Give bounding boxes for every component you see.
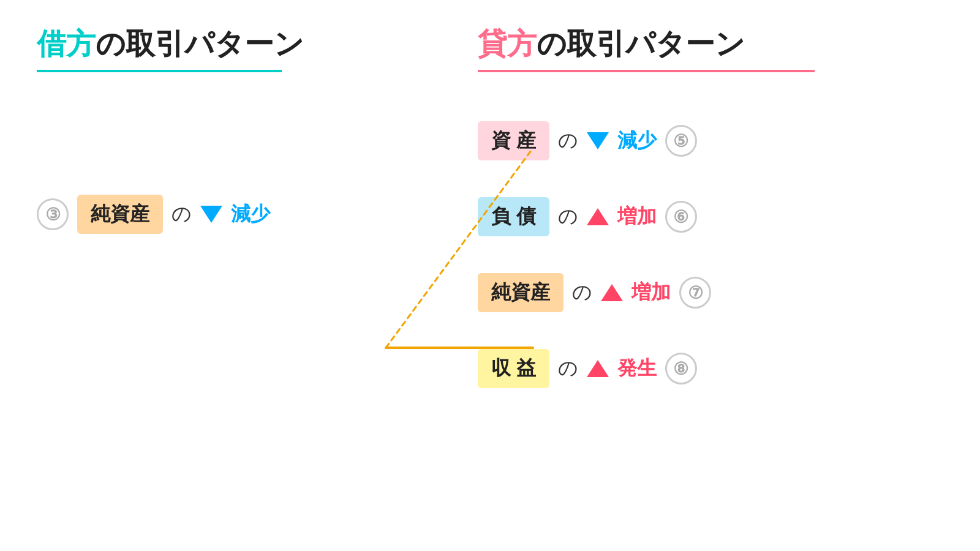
change-decrease-3: 減少 (231, 201, 270, 228)
arrow-down-3 (200, 206, 222, 223)
label-net-assets-left: 純資産 (77, 195, 163, 234)
right-row-6: 負 債 の 増加 ⑥ (478, 197, 815, 236)
arrow-up-7 (601, 284, 623, 301)
arrow-up-6 (587, 208, 609, 225)
label-revenue: 収 益 (478, 349, 549, 388)
circle-6: ⑥ (665, 201, 697, 233)
arrow-up-8 (587, 360, 609, 377)
left-rows: ③ 純資産 の 減少 (37, 195, 304, 234)
of-text-8: の (558, 355, 578, 382)
change-increase-6: 増加 (617, 203, 657, 230)
of-text-3: の (172, 201, 192, 228)
label-assets: 資 産 (478, 121, 549, 160)
right-section: 貸方の取引パターン 資 産 の 減少 ⑤ 負 債 の 増加 ⑥ 純資産 の 増加… (478, 24, 815, 425)
right-row-8: 収 益 の 発生 ⑧ (478, 349, 815, 388)
label-liabilities: 負 債 (478, 197, 549, 236)
of-text-5: の (558, 127, 578, 154)
right-title: 貸方の取引パターン (478, 24, 815, 64)
arrow-down-5 (587, 132, 609, 149)
change-decrease-5: 減少 (617, 127, 657, 154)
right-row-5: 資 産 の 減少 ⑤ (478, 121, 815, 160)
left-row-3: ③ 純資産 の 減少 (37, 195, 304, 234)
left-title-rest: の取引パターン (96, 28, 304, 60)
label-net-assets-right: 純資産 (478, 273, 564, 312)
right-title-accent: 貸方 (478, 28, 537, 60)
right-row-7: 純資産 の 増加 ⑦ (478, 273, 815, 312)
left-title: 借方の取引パターン (37, 24, 304, 64)
change-occurrence-8: 発生 (617, 355, 657, 382)
right-rows: 資 産 の 減少 ⑤ 負 債 の 増加 ⑥ 純資産 の 増加 ⑦ 収 益 の 発 (478, 121, 815, 388)
of-text-6: の (558, 203, 578, 230)
right-title-rest: の取引パターン (537, 28, 745, 60)
right-underline (478, 70, 815, 72)
circle-7: ⑦ (679, 277, 711, 309)
left-section: 借方の取引パターン ③ 純資産 の 減少 (37, 24, 304, 271)
circle-5: ⑤ (665, 125, 697, 157)
left-underline (37, 70, 282, 72)
circle-3: ③ (37, 198, 69, 230)
circle-8: ⑧ (665, 353, 697, 384)
change-increase-7: 増加 (631, 279, 671, 306)
of-text-7: の (572, 279, 592, 306)
left-title-accent: 借方 (37, 28, 96, 60)
